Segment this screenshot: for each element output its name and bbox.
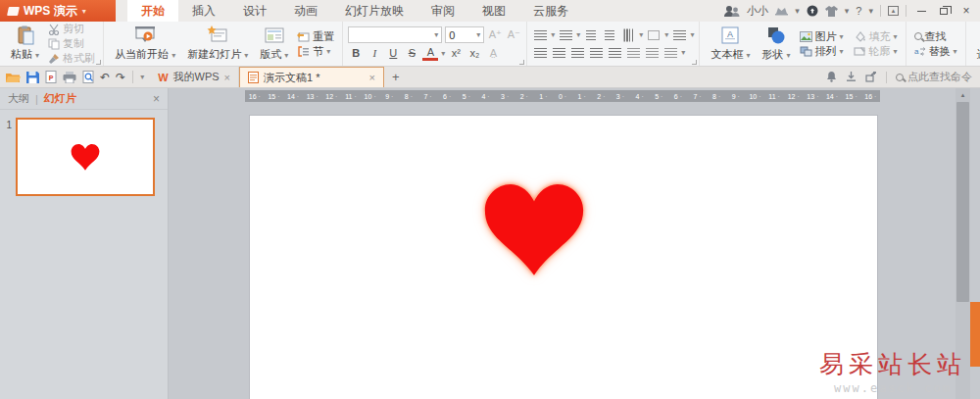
align-center-button[interactable] bbox=[551, 45, 566, 61]
close-icon[interactable]: × bbox=[369, 72, 375, 83]
new-slide-button[interactable]: 新建幻灯片 ▾ bbox=[181, 25, 254, 63]
tab-design[interactable]: 设计 bbox=[229, 0, 280, 22]
restore-button[interactable] bbox=[936, 4, 952, 18]
from-current-button[interactable]: 从当前开始 ▾ bbox=[109, 25, 181, 63]
font-name-select[interactable]: ▾ bbox=[348, 26, 442, 43]
skin-shirt-icon[interactable] bbox=[825, 6, 838, 17]
chevron-down-icon[interactable]: ▾ bbox=[551, 30, 555, 39]
cut-button[interactable]: 剪切 bbox=[45, 23, 98, 36]
space-before-button[interactable] bbox=[625, 45, 641, 61]
line-spacing-button[interactable] bbox=[671, 27, 687, 43]
close-button[interactable]: × bbox=[958, 4, 974, 18]
bold-button[interactable]: B bbox=[348, 45, 364, 61]
chevron-down-icon[interactable]: ▾ bbox=[690, 30, 694, 39]
tab-view[interactable]: 视图 bbox=[468, 0, 519, 22]
align-right-button[interactable] bbox=[569, 45, 585, 61]
selection-pane-button[interactable]: 选择窗格 bbox=[971, 25, 980, 63]
chevron-down-icon[interactable]: ▾ bbox=[868, 6, 873, 16]
increase-indent-button[interactable] bbox=[602, 27, 617, 43]
shapes-button[interactable]: 形状 ▾ bbox=[756, 25, 796, 63]
fill-button[interactable]: 填充 ▾ bbox=[851, 29, 901, 43]
outline-button[interactable]: 轮廓 ▾ bbox=[851, 44, 901, 58]
scroll-up-icon[interactable]: ▴ bbox=[956, 88, 970, 101]
reset-button[interactable]: 重置 bbox=[294, 29, 337, 43]
decrease-font-button[interactable]: A⁻ bbox=[506, 27, 521, 43]
subscript-button[interactable]: x₂ bbox=[466, 45, 482, 61]
numbering-button[interactable] bbox=[558, 27, 573, 43]
ruler[interactable]: 1615141312111098765432101234567891011121… bbox=[245, 90, 880, 102]
update-icon[interactable] bbox=[807, 5, 818, 17]
paragraph-settings-button[interactable] bbox=[662, 45, 678, 61]
chevron-down-icon[interactable]: ▾ bbox=[639, 30, 643, 39]
dialog-launcher-icon[interactable] bbox=[519, 60, 524, 65]
tab-my-wps[interactable]: W 我的WPS × bbox=[150, 67, 239, 87]
new-tab-button[interactable]: + bbox=[384, 67, 408, 87]
avatar-icon[interactable] bbox=[724, 5, 740, 17]
dialog-launcher-icon[interactable] bbox=[96, 60, 101, 65]
tab-review[interactable]: 审阅 bbox=[417, 0, 468, 22]
increase-font-button[interactable]: A⁺ bbox=[487, 27, 503, 43]
app-brand[interactable]: WPS 演示 ▾ bbox=[0, 0, 116, 22]
chevron-down-icon[interactable]: ▾ bbox=[576, 30, 580, 39]
tab-insert[interactable]: 插入 bbox=[178, 0, 229, 22]
table-placeholder-button[interactable] bbox=[646, 27, 662, 43]
print-icon[interactable] bbox=[63, 72, 76, 83]
superscript-button[interactable]: x² bbox=[448, 45, 464, 61]
slides-tab[interactable]: 幻灯片 bbox=[44, 91, 76, 106]
slide-list-item[interactable]: 1 bbox=[4, 118, 162, 196]
textbox-button[interactable]: A 文本框 ▾ bbox=[705, 25, 756, 63]
tab-document[interactable]: 演示文稿1 * × bbox=[239, 67, 384, 87]
text-direction-button[interactable] bbox=[620, 27, 636, 43]
collapse-ribbon-icon[interactable]: ▴ bbox=[888, 6, 899, 16]
phonetic-guide-button[interactable]: A̤ bbox=[485, 45, 501, 61]
distribute-button[interactable] bbox=[607, 45, 622, 61]
layout-button[interactable]: 版式 ▾ bbox=[254, 25, 294, 63]
chevron-down-icon[interactable]: ▾ bbox=[795, 6, 800, 16]
align-left-button[interactable] bbox=[532, 45, 548, 61]
dialog-launcher-icon[interactable] bbox=[692, 60, 697, 65]
tab-animation[interactable]: 动画 bbox=[280, 0, 331, 22]
minimize-button[interactable] bbox=[913, 4, 929, 18]
copy-button[interactable]: 复制 bbox=[45, 37, 98, 51]
slide-thumbnail[interactable] bbox=[16, 118, 155, 196]
font-size-select[interactable]: 0▾ bbox=[445, 26, 484, 43]
vip-hat-icon[interactable] bbox=[775, 6, 788, 16]
save-icon[interactable] bbox=[26, 72, 39, 83]
undo-icon[interactable]: ↶ bbox=[100, 71, 110, 84]
close-icon[interactable]: × bbox=[224, 72, 230, 83]
chevron-down-icon[interactable]: ▾ bbox=[845, 6, 850, 16]
redo-icon[interactable]: ↷ bbox=[116, 71, 125, 84]
bullets-button[interactable] bbox=[532, 27, 548, 43]
username[interactable]: 小小 bbox=[747, 4, 768, 19]
chevron-down-icon[interactable]: ▾ bbox=[681, 48, 685, 57]
underline-button[interactable]: U bbox=[385, 45, 401, 61]
export-pdf-icon[interactable]: P bbox=[45, 71, 57, 83]
format-painter-button[interactable]: 格式刷 bbox=[45, 52, 98, 66]
section-button[interactable]: 节 ▾ bbox=[294, 44, 337, 58]
strikethrough-button[interactable]: S bbox=[404, 45, 419, 61]
find-command-box[interactable]: 点此查找命令 bbox=[896, 70, 972, 84]
slide-editing-surface[interactable] bbox=[250, 116, 877, 399]
bell-icon[interactable] bbox=[826, 72, 837, 82]
close-panel-icon[interactable]: × bbox=[153, 92, 160, 106]
print-preview-icon[interactable] bbox=[82, 71, 94, 83]
chevron-down-icon[interactable]: ▾ bbox=[664, 30, 668, 39]
help-icon[interactable]: ? bbox=[856, 5, 861, 17]
picture-button[interactable]: 图片 ▾ bbox=[797, 29, 847, 43]
italic-button[interactable]: I bbox=[367, 45, 382, 61]
replace-button[interactable]: a 替换 ▾ bbox=[911, 44, 960, 58]
download-icon[interactable] bbox=[846, 72, 857, 82]
tab-home[interactable]: 开始 bbox=[127, 0, 178, 22]
paste-button[interactable]: 粘贴 ▾ bbox=[5, 25, 45, 63]
decrease-indent-button[interactable] bbox=[583, 27, 599, 43]
scrollbar-thumb[interactable] bbox=[956, 102, 969, 302]
arrange-button[interactable]: 排列 ▾ bbox=[797, 44, 847, 58]
share-icon[interactable] bbox=[865, 72, 877, 82]
outline-tab[interactable]: 大纲 bbox=[8, 91, 29, 106]
justify-button[interactable] bbox=[588, 45, 604, 61]
open-folder-icon[interactable] bbox=[6, 72, 21, 83]
tab-slideshow[interactable]: 幻灯片放映 bbox=[331, 0, 417, 22]
space-after-button[interactable] bbox=[644, 45, 660, 61]
customize-qat-icon[interactable]: ▾ bbox=[140, 73, 144, 81]
find-button[interactable]: 查找 bbox=[911, 29, 960, 43]
